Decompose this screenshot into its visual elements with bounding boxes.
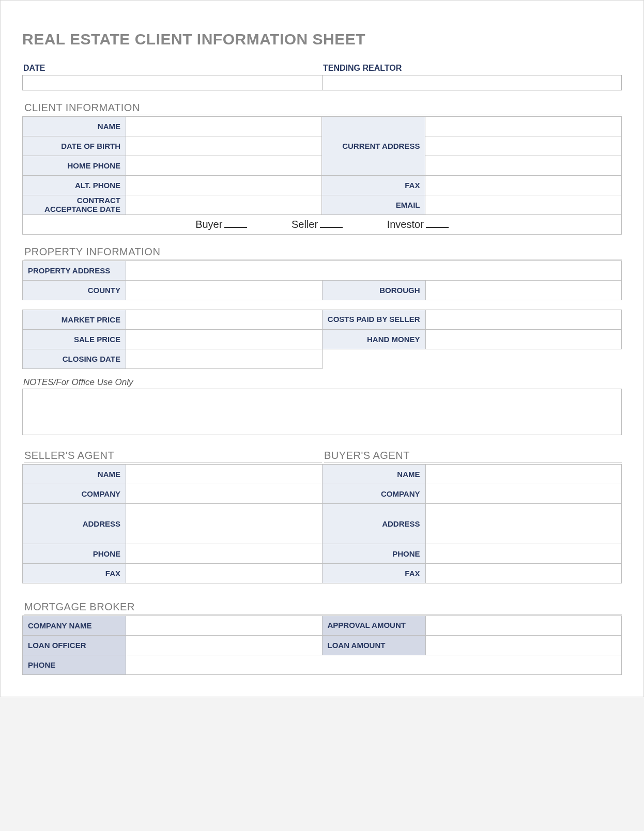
input-current-address-2[interactable] bbox=[425, 136, 622, 156]
input-seller-company[interactable] bbox=[126, 484, 323, 504]
type-seller[interactable]: Seller bbox=[292, 219, 343, 230]
input-loan-officer[interactable] bbox=[126, 636, 323, 655]
input-buyer-address[interactable] bbox=[425, 504, 622, 544]
realtor-label: TENDING REALTOR bbox=[322, 64, 622, 75]
client-info-heading: CLIENT INFORMATION bbox=[24, 102, 622, 115]
input-name[interactable] bbox=[126, 117, 322, 136]
label-broker-company: COMPANY NAME bbox=[23, 616, 126, 636]
type-investor-label: Investor bbox=[387, 219, 424, 230]
label-alt-phone: ALT. PHONE bbox=[23, 176, 126, 195]
seller-agent-heading: SELLER'S AGENT bbox=[24, 450, 322, 463]
label-closing-date: CLOSING DATE bbox=[23, 349, 126, 369]
input-approval-amount[interactable] bbox=[425, 616, 622, 636]
label-seller-fax: FAX bbox=[23, 564, 126, 583]
label-property-address: PROPERTY ADDRESS bbox=[23, 261, 126, 281]
label-buyer-company: COMPANY bbox=[322, 484, 425, 504]
label-county: COUNTY bbox=[23, 281, 126, 300]
notes-label: NOTES/For Office Use Only bbox=[23, 377, 622, 388]
broker-table: COMPANY NAME APPROVAL AMOUNT LOAN OFFICE… bbox=[22, 615, 622, 675]
broker-heading: MORTGAGE BROKER bbox=[24, 601, 622, 614]
input-county[interactable] bbox=[126, 281, 323, 300]
label-hand-money: HAND MONEY bbox=[322, 330, 425, 349]
input-home-phone[interactable] bbox=[126, 156, 322, 176]
input-buyer-phone[interactable] bbox=[425, 544, 622, 564]
label-costs-paid: COSTS PAID BY SELLER bbox=[322, 310, 425, 330]
input-market-price[interactable] bbox=[126, 310, 323, 330]
buyer-agent-heading: BUYER'S AGENT bbox=[324, 450, 622, 463]
label-seller-address: ADDRESS bbox=[23, 504, 126, 544]
label-buyer-phone: PHONE bbox=[322, 544, 425, 564]
label-loan-officer: LOAN OFFICER bbox=[23, 636, 126, 655]
label-contract-date: CONTRACT ACCEPTANCE DATE bbox=[23, 195, 126, 215]
input-email[interactable] bbox=[425, 195, 622, 215]
label-buyer-name: NAME bbox=[322, 465, 425, 484]
input-borough[interactable] bbox=[425, 281, 622, 300]
input-current-address-1[interactable] bbox=[425, 117, 622, 136]
input-alt-phone[interactable] bbox=[126, 176, 322, 195]
input-buyer-name[interactable] bbox=[425, 465, 622, 484]
input-broker-phone[interactable] bbox=[126, 655, 622, 675]
client-type-row: Buyer Seller Investor bbox=[23, 215, 622, 235]
label-broker-phone: PHONE bbox=[23, 655, 126, 675]
input-dob[interactable] bbox=[126, 136, 322, 156]
realtor-input[interactable] bbox=[322, 75, 622, 90]
label-seller-name: NAME bbox=[23, 465, 126, 484]
date-input[interactable] bbox=[22, 75, 322, 90]
type-buyer[interactable]: Buyer bbox=[195, 219, 247, 230]
input-sale-price[interactable] bbox=[126, 330, 323, 349]
page-title: REAL ESTATE CLIENT INFORMATION SHEET bbox=[22, 30, 622, 48]
input-loan-amount[interactable] bbox=[425, 636, 622, 655]
label-name: NAME bbox=[23, 117, 126, 136]
label-current-address: CURRENT ADDRESS bbox=[322, 117, 425, 176]
type-seller-label: Seller bbox=[292, 219, 318, 230]
input-seller-name[interactable] bbox=[126, 465, 323, 484]
input-property-address[interactable] bbox=[126, 261, 622, 281]
page: REAL ESTATE CLIENT INFORMATION SHEET DAT… bbox=[0, 0, 644, 697]
property-address-table: PROPERTY ADDRESS COUNTY BOROUGH bbox=[22, 260, 622, 300]
label-approval-amount: APPROVAL AMOUNT bbox=[322, 616, 425, 636]
top-row: DATE TENDING REALTOR bbox=[22, 64, 622, 90]
date-label: DATE bbox=[22, 64, 322, 75]
label-borough: BOROUGH bbox=[322, 281, 425, 300]
label-buyer-fax: FAX bbox=[322, 564, 425, 583]
pricing-table: MARKET PRICE COSTS PAID BY SELLER SALE P… bbox=[22, 310, 622, 369]
label-loan-amount: LOAN AMOUNT bbox=[322, 636, 425, 655]
input-broker-company[interactable] bbox=[126, 616, 323, 636]
label-buyer-address: ADDRESS bbox=[322, 504, 425, 544]
type-investor[interactable]: Investor bbox=[387, 219, 449, 230]
agents-table: NAME NAME COMPANY COMPANY ADDRESS ADDRES… bbox=[22, 464, 622, 583]
input-contract-date[interactable] bbox=[126, 195, 322, 215]
label-seller-phone: PHONE bbox=[23, 544, 126, 564]
label-home-phone: HOME PHONE bbox=[23, 156, 126, 176]
label-sale-price: SALE PRICE bbox=[23, 330, 126, 349]
label-market-price: MARKET PRICE bbox=[23, 310, 126, 330]
input-buyer-company[interactable] bbox=[425, 484, 622, 504]
input-fax[interactable] bbox=[425, 176, 622, 195]
label-fax: FAX bbox=[322, 176, 425, 195]
input-costs-paid[interactable] bbox=[425, 310, 622, 330]
input-current-address-3[interactable] bbox=[425, 156, 622, 176]
input-buyer-fax[interactable] bbox=[425, 564, 622, 583]
label-email: EMAIL bbox=[322, 195, 425, 215]
label-dob: DATE OF BIRTH bbox=[23, 136, 126, 156]
input-seller-phone[interactable] bbox=[126, 544, 323, 564]
notes-input[interactable] bbox=[22, 389, 622, 435]
agents-heading-row: SELLER'S AGENT BUYER'S AGENT bbox=[22, 435, 622, 464]
input-closing-date[interactable] bbox=[126, 349, 323, 369]
label-seller-company: COMPANY bbox=[23, 484, 126, 504]
type-buyer-label: Buyer bbox=[195, 219, 222, 230]
property-info-heading: PROPERTY INFORMATION bbox=[24, 246, 622, 259]
input-hand-money[interactable] bbox=[425, 330, 622, 349]
input-seller-fax[interactable] bbox=[126, 564, 323, 583]
input-seller-address[interactable] bbox=[126, 504, 323, 544]
client-info-table: NAME CURRENT ADDRESS DATE OF BIRTH HOME … bbox=[22, 116, 622, 235]
